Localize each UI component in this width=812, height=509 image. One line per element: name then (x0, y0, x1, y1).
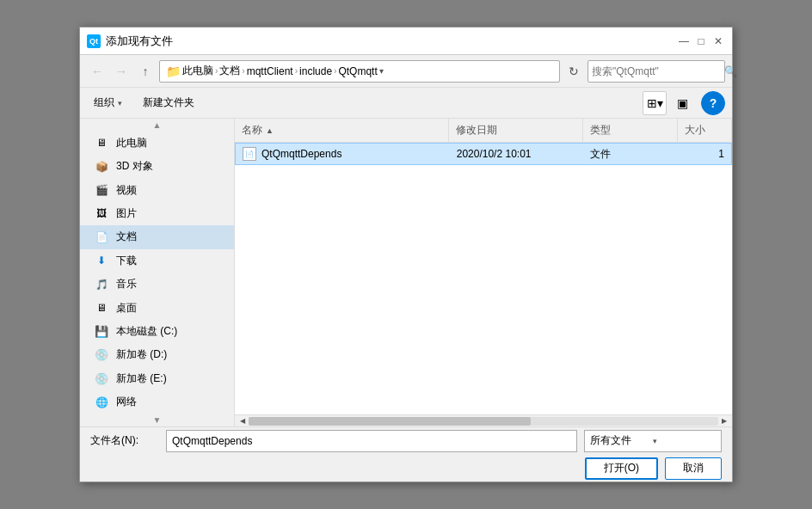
breadcrumb-sep: › (215, 66, 218, 76)
drive-c-icon: 💾 (94, 323, 109, 339)
help-button[interactable]: ? (701, 91, 725, 115)
sidebar-item-drive-e[interactable]: 💿 新加卷 (E:) (80, 367, 234, 390)
breadcrumb-sep: › (334, 66, 336, 76)
h-scroll-left-btn[interactable]: ◀ (237, 415, 249, 427)
horizontal-scrollbar[interactable]: ◀ ▶ (235, 414, 732, 426)
downloads-icon: ⬇ (94, 253, 109, 268)
sidebar-scroll-down[interactable]: ▼ (80, 414, 234, 426)
main-area: ▲ 🖥 此电脑 📦 3D 对象 🎬 视频 🖼 图片 📄 文档 (80, 119, 732, 426)
new-folder-label: 新建文件夹 (143, 95, 194, 110)
h-scroll-thumb (249, 417, 531, 426)
view-tiles-icon: ▣ (677, 96, 688, 110)
breadcrumb-label: QtQmqtt (338, 65, 377, 77)
filename-row: 文件名(N): 所有文件 ▾ (90, 430, 722, 452)
forward-button[interactable]: → (111, 61, 132, 82)
sidebar-item-label: 新加卷 (D:) (116, 347, 167, 362)
sidebar-item-drive-d[interactable]: 💿 新加卷 (D:) (80, 343, 234, 366)
breadcrumb-item-4[interactable]: QtQmqtt ▾ (338, 65, 383, 77)
sidebar-item-3dobj[interactable]: 📦 3D 对象 (80, 155, 234, 178)
sidebar-item-label: 视频 (116, 183, 137, 198)
breadcrumb-label: 此电脑 (182, 64, 213, 78)
sidebar-item-desktop[interactable]: 🖥 桌面 (80, 296, 234, 319)
minimize-button[interactable]: — (677, 34, 691, 48)
sort-arrow-icon: ▲ (266, 126, 274, 135)
sidebar-item-downloads[interactable]: ⬇ 下载 (80, 249, 234, 273)
search-box[interactable]: 🔍 (587, 60, 725, 83)
filetype-select[interactable]: 所有文件 ▾ (584, 430, 722, 452)
dialog-title: 添加现有文件 (106, 34, 173, 49)
organize-arrow-icon: ▾ (118, 99, 122, 107)
breadcrumb-item-0[interactable]: 此电脑 › (182, 64, 218, 78)
file-list-body: 📄 QtQmqttDepends 2020/10/2 10:01 文件 1 (235, 143, 732, 414)
col-type-label: 类型 (590, 123, 611, 138)
sidebar-item-network[interactable]: 🌐 网络 (80, 390, 234, 414)
h-scroll-track[interactable] (249, 417, 718, 426)
refresh-button[interactable]: ↻ (563, 61, 584, 82)
file-list-header: 名称 ▲ 修改日期 类型 大小 (235, 119, 732, 143)
folder-breadcrumb-icon: 📁 (165, 64, 181, 79)
organize-button[interactable]: 组织 ▾ (87, 91, 129, 115)
close-button[interactable]: ✕ (711, 34, 725, 48)
file-name-cell: 📄 QtQmqttDepends (236, 147, 450, 161)
action-row: 打开(O) 取消 (90, 457, 722, 480)
filename-input[interactable] (166, 430, 577, 452)
3dobj-icon: 📦 (94, 159, 109, 175)
title-bar: Qt 添加现有文件 — □ ✕ (80, 28, 732, 55)
search-input[interactable] (592, 65, 721, 77)
table-row[interactable]: 📄 QtQmqttDepends 2020/10/2 10:01 文件 1 (235, 143, 732, 165)
file-list-area: 名称 ▲ 修改日期 类型 大小 📄 QtQmqttDepen (235, 119, 732, 426)
help-icon: ? (710, 96, 717, 110)
maximize-button[interactable]: □ (694, 34, 708, 48)
col-header-date[interactable]: 修改日期 (449, 119, 583, 142)
sidebar-item-drive-c[interactable]: 💾 本地磁盘 (C:) (80, 320, 234, 343)
bottom-bar: 文件名(N): 所有文件 ▾ 打开(O) 取消 (80, 426, 732, 481)
col-header-name[interactable]: 名称 ▲ (235, 119, 449, 142)
breadcrumb-item-1[interactable]: 文档 › (219, 64, 244, 78)
network-icon: 🌐 (94, 395, 109, 410)
sidebar-item-thispc[interactable]: 🖥 此电脑 (80, 132, 234, 155)
breadcrumb-sep: › (242, 66, 244, 76)
sidebar-item-label: 文档 (116, 230, 137, 244)
toolbar: 组织 ▾ 新建文件夹 ⊞▾ ▣ ? (80, 88, 732, 119)
h-scroll-right-btn[interactable]: ▶ (718, 415, 730, 427)
breadcrumb[interactable]: 📁 此电脑 › 文档 › mqttClient › include › QtQm… (159, 60, 560, 83)
view-list-button[interactable]: ⊞▾ (643, 91, 667, 115)
search-icon[interactable]: 🔍 (724, 65, 737, 77)
title-bar-left: Qt 添加现有文件 (87, 34, 173, 49)
col-header-size[interactable]: 大小 (678, 119, 732, 142)
view-tiles-button[interactable]: ▣ (670, 91, 694, 115)
sidebar-item-label: 下载 (116, 254, 137, 268)
sidebar-item-label: 3D 对象 (116, 159, 153, 174)
address-bar: ← → ↑ 📁 此电脑 › 文档 › mqttClient › include … (80, 55, 732, 88)
sidebar-item-documents[interactable]: 📄 文档 (80, 225, 234, 248)
sidebar-item-music[interactable]: 🎵 音乐 (80, 273, 234, 296)
sidebar-item-video[interactable]: 🎬 视频 (80, 178, 234, 201)
sidebar-item-pictures[interactable]: 🖼 图片 (80, 202, 234, 225)
pictures-icon: 🖼 (94, 205, 109, 221)
file-size-cell: 1 (677, 148, 731, 160)
sidebar-item-label: 图片 (116, 206, 137, 221)
sidebar-item-label: 桌面 (116, 301, 137, 316)
filetype-value: 所有文件 (590, 433, 653, 448)
desktop-icon: 🖥 (94, 300, 109, 316)
cancel-button[interactable]: 取消 (665, 457, 722, 480)
file-date-cell: 2020/10/2 10:01 (450, 148, 584, 160)
breadcrumb-dropdown-icon[interactable]: ▾ (379, 66, 384, 76)
filetype-dropdown-icon: ▾ (653, 437, 716, 445)
sidebar-item-label: 音乐 (116, 277, 137, 291)
up-button[interactable]: ↑ (135, 61, 156, 82)
col-header-type[interactable]: 类型 (583, 119, 678, 142)
breadcrumb-label: mqttClient (247, 65, 293, 77)
title-controls: — □ ✕ (677, 34, 725, 48)
breadcrumb-item-2[interactable]: mqttClient › (247, 65, 298, 77)
back-button[interactable]: ← (87, 61, 108, 82)
sidebar-scroll-up[interactable]: ▲ (80, 119, 234, 132)
col-date-label: 修改日期 (456, 123, 497, 138)
file-name-label: QtQmqttDepends (261, 148, 341, 160)
new-folder-button[interactable]: 新建文件夹 (136, 91, 201, 115)
music-icon: 🎵 (94, 277, 109, 292)
breadcrumb-item-3[interactable]: include › (299, 65, 336, 77)
organize-label: 组织 (94, 95, 114, 110)
sidebar-item-label: 网络 (116, 395, 137, 409)
open-button[interactable]: 打开(O) (585, 457, 658, 480)
